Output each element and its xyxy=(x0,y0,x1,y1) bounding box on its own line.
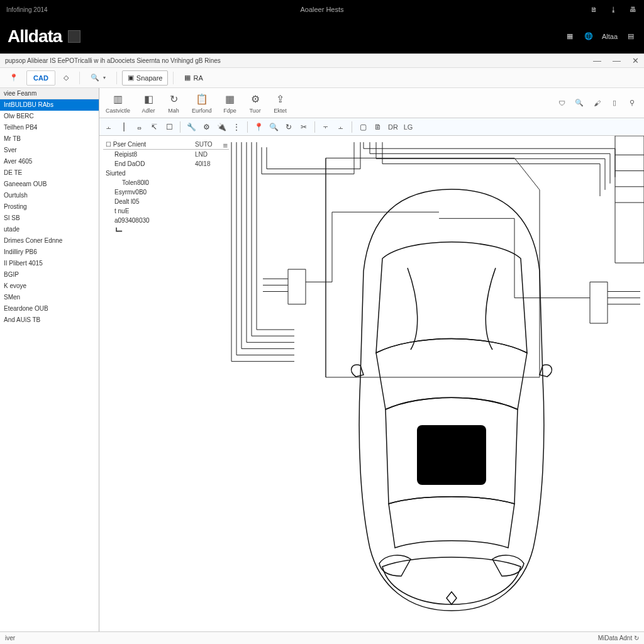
ra-button[interactable]: ▦ RA xyxy=(179,70,208,86)
tool-gear[interactable]: ⚙ xyxy=(201,121,212,133)
status-bar: iver MiData Adnt ↻ xyxy=(0,631,644,644)
tool-ruler[interactable]: ⏛ xyxy=(133,121,145,133)
sidebar-item[interactable]: utade xyxy=(0,224,99,235)
tree-sidebar: viee Feanm IntBULDBU RAbs Olw BERC Teilh… xyxy=(0,88,99,631)
props-header[interactable]: Pser Cnient SUTO xyxy=(103,140,229,150)
topbar-left-text: Infofining 2014 xyxy=(6,6,48,13)
tool-wrench[interactable]: 🔧 xyxy=(186,121,197,133)
brush-icon[interactable]: 🖌 xyxy=(591,97,602,109)
ribbon-fdpe[interactable]: ▦Fdpe xyxy=(223,92,237,114)
minimize-button[interactable]: — xyxy=(593,56,601,65)
link-icon[interactable]: ⚲ xyxy=(626,97,638,109)
tool-refresh2[interactable]: ↻ xyxy=(283,121,294,133)
tool-lg[interactable]: LG xyxy=(402,121,414,133)
sidebar-item[interactable]: Sver xyxy=(0,145,99,156)
tool-align[interactable]: ⫠ xyxy=(103,121,114,133)
clipboard-icon: 📋 xyxy=(195,92,209,106)
content-area: viee Feanm IntBULDBU RAbs Olw BERC Teilh… xyxy=(0,88,644,631)
snapare-button[interactable]: ▣ Snapare xyxy=(122,70,169,86)
cad-tab[interactable]: CAD xyxy=(26,70,55,86)
sidebar-item[interactable]: K evoye xyxy=(0,280,99,292)
ribbon-ektet[interactable]: ⇪Ektet xyxy=(274,92,287,114)
sidebar-item[interactable]: SMen xyxy=(0,292,99,303)
tool-zoom[interactable]: 🔍 xyxy=(268,121,279,133)
props-row[interactable]: Siurted xyxy=(103,169,229,178)
app-window: pupsop Alibiear IS EePOTricalli w ih aDo… xyxy=(0,53,644,644)
ribbon-mah[interactable]: ↻Mah xyxy=(167,92,180,114)
props-row[interactable]: Esyrmv0B0 xyxy=(103,187,229,197)
topbar-title: Aoaleer Hests xyxy=(300,6,343,13)
canvas-area[interactable]: ≡ Pser Cnient SUTO Reipist8LND End DaOD4… xyxy=(99,136,644,631)
sidebar-item[interactable]: Olw BERC xyxy=(0,111,99,122)
tool-box[interactable]: ☐ xyxy=(164,121,175,133)
tool-doc[interactable]: 🗎 xyxy=(372,121,384,133)
panel-icon[interactable]: ▯ xyxy=(609,97,620,109)
export-icon: ⇪ xyxy=(274,92,287,106)
tool-cut[interactable]: ✂ xyxy=(298,121,309,133)
props-menu-icon[interactable]: ≡ xyxy=(223,141,228,150)
outline-icon[interactable]: ◇ xyxy=(58,70,74,86)
printer-icon[interactable]: 🖶 xyxy=(628,4,638,14)
globe-icon[interactable]: 🌐 xyxy=(583,31,594,42)
brand-badge-icon xyxy=(68,30,80,43)
shield-icon[interactable]: 🛡 xyxy=(556,97,567,109)
grid-icon: ▦ xyxy=(223,92,237,106)
sidebar-item[interactable]: BGIP xyxy=(0,269,99,280)
tool-dr[interactable]: DR xyxy=(387,121,399,133)
close-button[interactable]: ✕ xyxy=(632,56,639,65)
sidebar-item[interactable]: Prosting xyxy=(0,201,99,213)
download-icon[interactable]: ⭳ xyxy=(608,4,618,14)
tool-h1[interactable]: ⫟ xyxy=(320,121,331,133)
sidebar-item[interactable]: Mr TB xyxy=(0,133,99,145)
props-row[interactable]: Dealt l05 xyxy=(103,197,229,206)
tool-h2[interactable]: ⫠ xyxy=(335,121,347,133)
secondary-toolstrip: ⫠ ⎮ ⏛ ↸ ☐ 🔧 ⚙ 🔌 ⋮ 📍 🔍 ↻ ✂ ⫟ ⫠ ▢ xyxy=(99,118,644,136)
sidebar-item[interactable]: IntBULDBU RAbs xyxy=(0,99,99,111)
sidebar-item[interactable]: Eteardone OUB xyxy=(0,303,99,314)
status-right: MiData Adnt ↻ xyxy=(598,635,639,641)
sidebar-item[interactable]: DE TE xyxy=(0,167,99,179)
add-icon: ◧ xyxy=(142,92,155,106)
tool-more[interactable]: ⋮ xyxy=(231,121,242,133)
props-row[interactable]: a093408030 xyxy=(103,216,229,225)
props-row[interactable]: Tolen80l0 xyxy=(103,178,229,187)
window-titlebar: pupsop Alibiear IS EePOTricalli w ih aDo… xyxy=(0,54,644,68)
svg-rect-15 xyxy=(417,425,486,485)
ribbon-castvictle[interactable]: ▥Castvictle xyxy=(106,92,130,114)
props-row[interactable]: t nuE xyxy=(103,206,229,216)
sidebar-item[interactable]: Ganeeam OUB xyxy=(0,179,99,190)
sidebar-item[interactable]: II Plibert 4015 xyxy=(0,258,99,269)
restore-button[interactable]: — xyxy=(613,56,621,65)
ribbon-eurfond[interactable]: 📋Eurfond xyxy=(192,92,212,114)
window-buttons: — — ✕ xyxy=(593,56,639,65)
search-icon[interactable]: 🔍 xyxy=(574,97,585,109)
props-row[interactable]: End DaOD40l18 xyxy=(103,159,229,169)
sidebar-item[interactable]: Teilhen PB4 xyxy=(0,122,99,133)
sidebar-item[interactable]: Indilliry PB6 xyxy=(0,247,99,258)
sidebar-item[interactable]: And AUiS TB xyxy=(0,314,99,326)
svg-rect-5 xyxy=(590,282,608,323)
props-row[interactable]: Reipist8LND xyxy=(103,150,229,159)
tool-page[interactable]: ▢ xyxy=(357,121,369,133)
sidebar-item[interactable]: Ourtulsh xyxy=(0,190,99,201)
topbar-right-icons: 🗎 ⭳ 🖶 xyxy=(589,4,638,14)
tool-pin[interactable]: 📍 xyxy=(253,121,264,133)
ribbon-tuor[interactable]: ⚙Tuor xyxy=(248,92,262,114)
card-icon[interactable]: ▦ xyxy=(564,31,575,42)
vehicle-drawing xyxy=(326,170,577,623)
ribbon-adier[interactable]: ◧Adler xyxy=(142,92,155,114)
tool-cursor[interactable]: ↸ xyxy=(148,121,160,133)
search-button[interactable]: 🔍▾ xyxy=(85,70,111,86)
document-icon[interactable]: 🗎 xyxy=(589,4,599,14)
brand-bar: Alldata ▦ 🌐 Altaa ▤ xyxy=(0,19,644,53)
layers-icon: ▥ xyxy=(111,92,125,106)
sidebar-item[interactable]: Aver 4605 xyxy=(0,156,99,167)
tool-plug[interactable]: 🔌 xyxy=(216,121,227,133)
chart-icon[interactable]: ▤ xyxy=(625,31,636,42)
sidebar-item[interactable]: SI SB xyxy=(0,213,99,224)
ribbon-right-tools: 🛡 🔍 🖌 ▯ ⚲ xyxy=(556,97,638,109)
brand-right-label[interactable]: Altaa xyxy=(602,33,618,40)
tool-line[interactable]: ⎮ xyxy=(118,121,130,133)
sidebar-item[interactable]: Drimes Coner Ednne xyxy=(0,235,99,247)
pin-icon[interactable]: 📍 xyxy=(4,70,24,86)
